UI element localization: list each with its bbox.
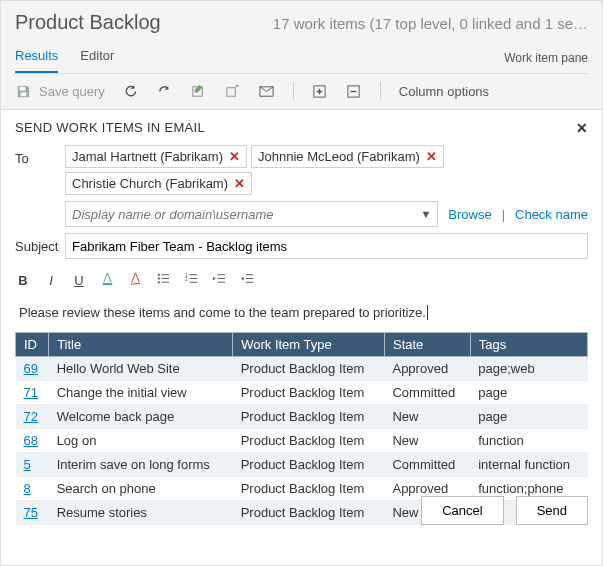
- save-icon[interactable]: [15, 83, 31, 99]
- tab-editor[interactable]: Editor: [80, 48, 114, 73]
- bold-button[interactable]: B: [15, 273, 31, 288]
- recipient-chip[interactable]: Christie Church (Fabrikam)✕: [65, 172, 252, 195]
- collapse-icon[interactable]: [346, 83, 362, 99]
- cell-type: Product Backlog Item: [233, 405, 385, 429]
- work-item-summary: 17 work items (17 top level, 0 linked an…: [273, 15, 588, 32]
- remove-chip-icon[interactable]: ✕: [426, 149, 437, 164]
- email-icon[interactable]: [259, 83, 275, 99]
- toolbar-divider: [293, 82, 294, 100]
- font-color-icon[interactable]: [99, 271, 115, 289]
- col-type[interactable]: Work Item Type: [233, 333, 385, 357]
- table-row[interactable]: 68Log onProduct Backlog ItemNewfunction: [16, 429, 588, 453]
- page-title: Product Backlog: [15, 11, 161, 34]
- outdent-icon[interactable]: [211, 271, 227, 289]
- table-row[interactable]: 69Hello World Web SiteProduct Backlog It…: [16, 357, 588, 381]
- bullet-list-icon[interactable]: [155, 271, 171, 289]
- cell-tags: page: [470, 405, 587, 429]
- tab-results[interactable]: Results: [15, 48, 58, 73]
- save-query-label[interactable]: Save query: [39, 84, 105, 99]
- close-icon[interactable]: ✕: [576, 120, 588, 136]
- cell-type: Product Backlog Item: [233, 453, 385, 477]
- cell-id: 71: [16, 381, 49, 405]
- send-email-dialog: SEND WORK ITEMS IN EMAIL ✕ To Jamal Hart…: [1, 109, 602, 537]
- cell-state: Committed: [384, 381, 470, 405]
- new-item-icon[interactable]: [225, 83, 241, 99]
- work-item-pane-toggle[interactable]: Work item pane: [504, 51, 588, 73]
- cell-id: 5: [16, 453, 49, 477]
- svg-rect-1: [20, 92, 26, 96]
- col-state[interactable]: State: [384, 333, 470, 357]
- cell-title: Hello World Web Site: [49, 357, 233, 381]
- cell-state: Committed: [384, 453, 470, 477]
- cell-title: Log on: [49, 429, 233, 453]
- work-item-link[interactable]: 75: [24, 505, 38, 520]
- chip-label: Jamal Hartnett (Fabrikam): [72, 149, 223, 164]
- subject-label: Subject: [15, 233, 65, 254]
- table-row[interactable]: 71Change the initial viewProduct Backlog…: [16, 381, 588, 405]
- refresh-icon[interactable]: [123, 83, 139, 99]
- subject-input[interactable]: [65, 233, 588, 259]
- send-button[interactable]: Send: [516, 496, 588, 525]
- col-tags[interactable]: Tags: [470, 333, 587, 357]
- toolbar: Save query Column options: [1, 74, 602, 109]
- underline-button[interactable]: U: [71, 273, 87, 288]
- cell-title: Change the initial view: [49, 381, 233, 405]
- work-item-link[interactable]: 72: [24, 409, 38, 424]
- table-row[interactable]: 5Interim save on long formsProduct Backl…: [16, 453, 588, 477]
- number-list-icon[interactable]: 12: [183, 271, 199, 289]
- recipient-input-wrap[interactable]: ▼: [65, 201, 438, 227]
- cell-id: 68: [16, 429, 49, 453]
- link-separator: |: [502, 207, 505, 222]
- dialog-title: SEND WORK ITEMS IN EMAIL: [15, 110, 588, 145]
- work-item-link[interactable]: 68: [24, 433, 38, 448]
- svg-rect-3: [227, 87, 235, 95]
- col-title[interactable]: Title: [49, 333, 233, 357]
- col-id[interactable]: ID: [16, 333, 49, 357]
- cell-title: Search on phone: [49, 477, 233, 501]
- cell-id: 75: [16, 501, 49, 525]
- rich-text-toolbar: B I U 12: [15, 265, 588, 295]
- chevron-down-icon[interactable]: ▼: [420, 208, 431, 220]
- cell-type: Product Backlog Item: [233, 357, 385, 381]
- table-row[interactable]: 72Welcome back pageProduct Backlog ItemN…: [16, 405, 588, 429]
- browse-link[interactable]: Browse: [448, 207, 491, 222]
- message-body[interactable]: Please review these items and come to th…: [15, 295, 588, 332]
- cell-title: Interim save on long forms: [49, 453, 233, 477]
- cancel-button[interactable]: Cancel: [421, 496, 503, 525]
- check-name-link[interactable]: Check name: [515, 207, 588, 222]
- edit-query-icon[interactable]: [191, 83, 207, 99]
- italic-button[interactable]: I: [43, 273, 59, 288]
- clear-format-icon[interactable]: [127, 271, 143, 289]
- to-label: To: [15, 145, 65, 166]
- cell-state: New: [384, 405, 470, 429]
- work-item-link[interactable]: 69: [24, 361, 38, 376]
- remove-chip-icon[interactable]: ✕: [234, 176, 245, 191]
- remove-chip-icon[interactable]: ✕: [229, 149, 240, 164]
- cell-title: Welcome back page: [49, 405, 233, 429]
- cell-id: 8: [16, 477, 49, 501]
- cell-state: Approved: [384, 357, 470, 381]
- column-options-button[interactable]: Column options: [399, 84, 489, 99]
- work-item-link[interactable]: 71: [24, 385, 38, 400]
- redo-icon[interactable]: [157, 83, 173, 99]
- cell-type: Product Backlog Item: [233, 429, 385, 453]
- page-header: Product Backlog 17 work items (17 top le…: [1, 1, 602, 74]
- svg-text:2: 2: [184, 277, 187, 282]
- indent-icon[interactable]: [239, 271, 255, 289]
- work-item-link[interactable]: 8: [24, 481, 31, 496]
- work-item-link[interactable]: 5: [24, 457, 31, 472]
- chip-label: Johnnie McLeod (Fabrikam): [258, 149, 420, 164]
- cell-id: 69: [16, 357, 49, 381]
- recipient-chips: Jamal Hartnett (Fabrikam)✕ Johnnie McLeo…: [65, 145, 588, 195]
- recipient-input[interactable]: [72, 207, 420, 222]
- svg-rect-0: [19, 86, 25, 90]
- chip-label: Christie Church (Fabrikam): [72, 176, 228, 191]
- recipient-chip[interactable]: Johnnie McLeod (Fabrikam)✕: [251, 145, 444, 168]
- cell-tags: internal function: [470, 453, 587, 477]
- cell-tags: page: [470, 381, 587, 405]
- expand-icon[interactable]: [312, 83, 328, 99]
- recipient-chip[interactable]: Jamal Hartnett (Fabrikam)✕: [65, 145, 247, 168]
- svg-point-9: [157, 277, 159, 279]
- cell-tags: page;web: [470, 357, 587, 381]
- cell-type: Product Backlog Item: [233, 477, 385, 501]
